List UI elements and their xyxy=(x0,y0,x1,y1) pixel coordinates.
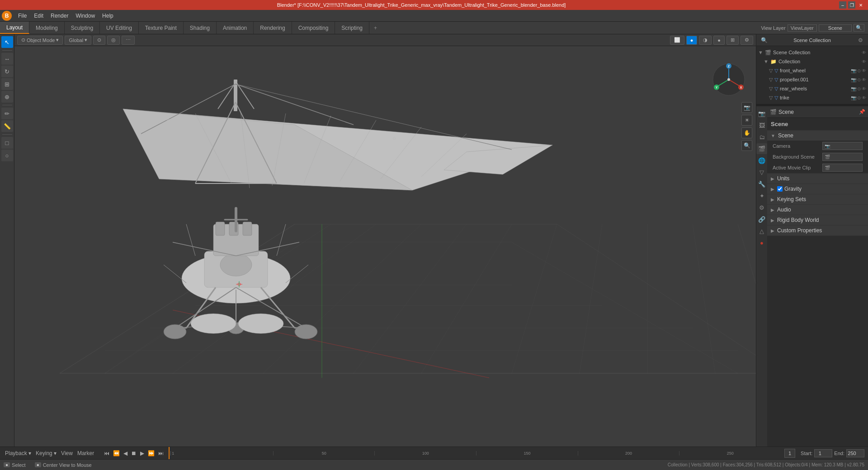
current-frame-display[interactable]: 1 xyxy=(784,449,795,458)
snap-button[interactable]: ⊙ xyxy=(93,36,105,45)
section-scene-header[interactable]: ▼ Scene xyxy=(767,131,868,141)
tab-scripting[interactable]: Scripting xyxy=(335,22,369,34)
start-frame-input[interactable] xyxy=(814,449,832,457)
object-mode-button[interactable]: ⊙ Object Mode ▾ xyxy=(17,36,63,45)
playback-dropdown[interactable]: Playback ▾ xyxy=(4,450,33,456)
tool-select[interactable]: ↖ xyxy=(1,36,13,48)
prop-bg-scene-value[interactable]: 🎬 xyxy=(822,153,863,161)
shading-solid[interactable]: ● xyxy=(686,36,698,45)
section-keying-header[interactable]: ▶ Keying Sets xyxy=(767,194,868,204)
outliner-filter-btn[interactable]: 🔍 xyxy=(759,35,769,45)
status-center: ● Center View to Mouse xyxy=(35,462,92,468)
props-view-layer-icon[interactable]: 🗂 xyxy=(756,132,767,142)
gravity-checkbox[interactable] xyxy=(777,186,783,192)
shading-wire[interactable]: ⬜ xyxy=(670,36,684,45)
prop-vis-render: ⊙ xyxy=(857,77,861,82)
tab-modeling[interactable]: Modeling xyxy=(29,22,65,34)
tool-add-cube[interactable]: □ xyxy=(1,137,13,149)
tool-scale[interactable]: ⊞ xyxy=(1,78,13,90)
marker-dropdown[interactable]: Marker xyxy=(76,450,95,456)
jump-back-button[interactable]: ⏪ xyxy=(112,450,121,456)
gizmo-button[interactable]: ⚙ xyxy=(741,36,753,45)
tool-rotate[interactable]: ↻ xyxy=(1,66,13,77)
end-frame-input[interactable] xyxy=(846,449,864,457)
overlay-button[interactable]: ⊞ xyxy=(726,36,739,45)
viewport[interactable]: ⊙ Object Mode ▾ Global ▾ ⊙ ◎ ⋯ ⬜ ● ◑ ● ⊞… xyxy=(14,34,756,446)
keying-dropdown[interactable]: Keying ▾ xyxy=(34,450,58,456)
tab-add-button[interactable]: + xyxy=(369,22,382,34)
zoom-icon[interactable]: 🔍 xyxy=(741,140,752,151)
section-audio-header[interactable]: ▶ Audio xyxy=(767,205,868,215)
global-button[interactable]: Global ▾ xyxy=(65,36,91,45)
props-constraints-icon[interactable]: 🔗 xyxy=(756,214,767,225)
tool-transform[interactable]: ⊕ xyxy=(1,91,13,103)
props-object-data-icon[interactable]: △ xyxy=(756,226,767,236)
options-button[interactable]: ⋯ xyxy=(122,36,135,45)
menu-edit[interactable]: Edit xyxy=(30,11,47,21)
tool-measure[interactable]: 📏 xyxy=(1,120,13,132)
prop-camera-value[interactable]: 📷 xyxy=(822,142,863,150)
prop-movie-value[interactable]: 🎬 xyxy=(822,164,863,172)
shading-render[interactable]: ● xyxy=(713,36,725,45)
tab-uv-editing[interactable]: UV Editing xyxy=(100,22,139,34)
props-render-icon[interactable]: 📷 xyxy=(756,108,767,119)
menu-file[interactable]: File xyxy=(14,11,30,21)
restore-button[interactable]: ❐ xyxy=(848,1,855,9)
prev-frame-button[interactable]: ◀ xyxy=(122,450,129,456)
props-world-icon[interactable]: 🌐 xyxy=(756,155,767,166)
outliner-collection[interactable]: ▼ 📁 Collection 👁 xyxy=(762,57,868,66)
tab-animation[interactable]: Animation xyxy=(217,22,254,34)
camera-perspective-icon[interactable]: 📷 xyxy=(741,102,752,113)
tool-move[interactable]: ↔ xyxy=(1,53,13,65)
tab-rendering[interactable]: Rendering xyxy=(254,22,292,34)
close-button[interactable]: ✕ xyxy=(857,1,864,9)
scene-search[interactable]: 🔍 xyxy=(854,24,864,32)
section-rigid-header[interactable]: ▶ Rigid Body World xyxy=(767,215,868,225)
tab-layout[interactable]: Layout xyxy=(0,22,29,34)
props-physics-icon[interactable]: ⚙ xyxy=(756,202,767,213)
section-units-header[interactable]: ▶ Units xyxy=(767,174,868,183)
tab-compositing[interactable]: Compositing xyxy=(292,22,335,34)
next-frame-button[interactable]: ⏩ xyxy=(146,450,156,456)
minimize-button[interactable]: – xyxy=(839,1,846,9)
props-output-icon[interactable]: 🖼 xyxy=(756,120,767,131)
play-button[interactable]: ▶ xyxy=(139,450,146,456)
shading-material[interactable]: ◑ xyxy=(699,36,712,45)
svg-rect-37 xyxy=(216,222,225,235)
outliner-scene-collection[interactable]: ▼ 🎬 Scene Collection 👁 xyxy=(756,48,868,57)
view-dropdown[interactable]: View xyxy=(60,450,74,456)
jump-end-button[interactable]: ⏭ xyxy=(157,450,165,456)
props-object-icon[interactable]: ▽ xyxy=(756,167,767,178)
tab-shading[interactable]: Shading xyxy=(184,22,217,34)
outliner-propeller[interactable]: ▽ ▽ propeller.001 📷 ⊙ 👁 xyxy=(767,75,868,84)
props-modifier-icon[interactable]: 🔧 xyxy=(756,179,767,189)
svg-point-48 xyxy=(295,324,317,339)
tool-annotate[interactable]: ✏ xyxy=(1,108,13,119)
outliner-filter-icon[interactable]: ⚙ xyxy=(855,35,865,45)
timeline-ruler[interactable]: 1 50 100 150 200 250 xyxy=(169,447,783,459)
props-material-icon[interactable]: ● xyxy=(756,237,767,248)
hand-icon[interactable]: ✋ xyxy=(741,127,752,138)
tab-sculpting[interactable]: Sculpting xyxy=(65,22,100,34)
scene-dropdown[interactable]: Scene xyxy=(819,24,852,32)
svg-line-27 xyxy=(141,84,236,134)
outliner-rear-wheels[interactable]: ▽ ▽ rear_wheels 📷 ⊙ 👁 xyxy=(767,84,868,93)
section-custom-header[interactable]: ▶ Custom Properties xyxy=(767,226,868,235)
proportional-button[interactable]: ◎ xyxy=(107,36,120,45)
svg-line-56 xyxy=(286,265,308,283)
menu-help[interactable]: Help xyxy=(99,11,117,21)
outliner-front-wheel[interactable]: ▽ ▽ front_wheel 📷 ⊙ 👁 xyxy=(767,66,868,75)
props-particles-icon[interactable]: ✦ xyxy=(756,190,767,201)
outliner-trike[interactable]: ▽ ▽ trike 📷 ⊙ 👁 xyxy=(767,93,868,102)
props-scene-icon[interactable]: 🎬 xyxy=(756,143,767,154)
menu-window[interactable]: Window xyxy=(72,11,99,21)
sun-light-icon[interactable]: ☀ xyxy=(741,115,752,126)
scene-collection-vis: 👁 xyxy=(862,50,866,55)
section-gravity-header[interactable]: ▶ Gravity xyxy=(767,184,868,194)
stop-button[interactable]: ⏹ xyxy=(130,450,138,456)
tab-texture-paint[interactable]: Texture Paint xyxy=(139,22,184,34)
menu-render[interactable]: Render xyxy=(47,11,72,21)
tool-add-circle[interactable]: ○ xyxy=(1,150,13,161)
props-pin-button[interactable]: 📌 xyxy=(859,109,865,115)
jump-start-button[interactable]: ⏮ xyxy=(103,450,111,456)
